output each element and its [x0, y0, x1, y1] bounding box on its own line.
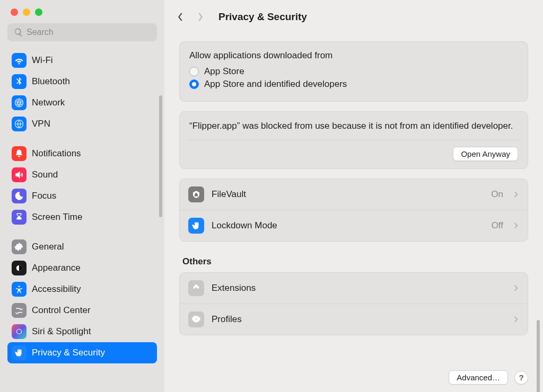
sidebar-item-screen-time[interactable]: Screen Time	[7, 207, 157, 228]
blocked-app-message: “Flipper.app” was blocked from use becau…	[189, 120, 518, 132]
help-button[interactable]: ?	[514, 371, 528, 385]
bluetooth-icon	[12, 74, 27, 89]
sidebar-item-label: Network	[32, 97, 65, 108]
content-scrollbar[interactable]	[537, 320, 540, 392]
radio-app-store-identified[interactable]: App Store and identified developers	[189, 79, 518, 90]
toolbar: Privacy & Security	[164, 0, 543, 34]
extensions-icon	[188, 280, 204, 296]
sidebar-item-label: Bluetooth	[32, 76, 70, 87]
svg-point-2	[17, 329, 22, 334]
hourglass-icon	[12, 210, 27, 225]
sidebar-item-sound[interactable]: Sound	[7, 164, 157, 185]
filevault-icon	[188, 186, 204, 202]
sidebar-item-privacy-security[interactable]: Privacy & Security	[7, 342, 157, 363]
row-extensions[interactable]: Extensions	[180, 273, 528, 304]
sidebar: Wi-Fi Bluetooth Network VPN Notification…	[0, 0, 164, 392]
radio-icon	[189, 67, 199, 76]
siri-icon	[12, 324, 27, 339]
sliders-icon	[12, 303, 27, 318]
row-label: Profiles	[212, 314, 503, 325]
appearance-icon	[12, 261, 27, 275]
sidebar-item-general[interactable]: General	[7, 236, 157, 257]
svg-point-1	[19, 286, 20, 287]
others-section-label: Others	[182, 256, 526, 267]
zoom-window-button[interactable]	[35, 8, 42, 16]
sidebar-item-label: Control Center	[32, 305, 91, 316]
radio-icon	[189, 79, 199, 89]
chevron-right-icon	[514, 191, 519, 198]
chevron-right-icon	[514, 284, 519, 292]
back-button[interactable]	[175, 12, 186, 22]
page-title: Privacy & Security	[218, 11, 307, 23]
sidebar-item-label: Focus	[32, 191, 56, 201]
sidebar-item-vpn[interactable]: VPN	[7, 113, 157, 135]
radio-label: App Store and identified developers	[204, 79, 347, 90]
sidebar-item-bluetooth[interactable]: Bluetooth	[7, 71, 157, 92]
row-value: On	[491, 189, 503, 200]
row-label: Extensions	[212, 283, 503, 293]
sidebar-item-label: Appearance	[32, 263, 81, 273]
advanced-button[interactable]: Advanced…	[449, 370, 508, 385]
sidebar-item-label: VPN	[32, 119, 50, 129]
sidebar-item-label: Screen Time	[32, 212, 82, 222]
profiles-icon	[188, 311, 204, 327]
gear-icon	[12, 239, 27, 254]
sidebar-item-label: Sound	[32, 170, 58, 180]
sound-icon	[12, 167, 27, 182]
row-value: Off	[492, 220, 503, 231]
window-controls	[0, 0, 164, 16]
search-container	[0, 16, 164, 47]
sidebar-item-label: Privacy & Security	[32, 348, 105, 358]
sidebar-item-notifications[interactable]: Notifications	[7, 143, 157, 164]
main-panel: Privacy & Security Allow applications do…	[164, 0, 543, 392]
sidebar-item-control-center[interactable]: Control Center	[7, 300, 157, 321]
sidebar-item-label: Siri & Spotlight	[32, 326, 91, 337]
radio-label: App Store	[204, 66, 244, 77]
content-area: Allow applications downloaded from App S…	[164, 34, 543, 392]
sidebar-item-label: Notifications	[32, 148, 81, 159]
sidebar-item-label: Wi-Fi	[32, 55, 53, 66]
chevron-right-icon	[514, 222, 519, 229]
sidebar-scrollbar[interactable]	[159, 95, 162, 217]
row-profiles[interactable]: Profiles	[180, 304, 528, 335]
row-label: FileVault	[212, 189, 484, 200]
search-icon	[14, 28, 23, 37]
lockdown-icon	[188, 218, 204, 234]
footer-actions: Advanced… ?	[449, 370, 528, 385]
hand-icon	[12, 345, 27, 360]
open-anyway-button[interactable]: Open Anyway	[453, 147, 518, 161]
allow-apps-card: Allow applications downloaded from App S…	[179, 41, 528, 102]
sidebar-item-label: Accessibility	[32, 284, 81, 295]
bell-icon	[12, 146, 27, 161]
security-list: FileVault On Lockdown Mode Off	[179, 179, 528, 242]
network-icon	[12, 95, 27, 110]
sidebar-list[interactable]: Wi-Fi Bluetooth Network VPN Notification…	[0, 47, 164, 392]
radio-app-store[interactable]: App Store	[189, 66, 518, 77]
others-list: Extensions Profiles	[179, 272, 528, 335]
close-window-button[interactable]	[11, 8, 18, 16]
search-input[interactable]	[7, 23, 157, 41]
chevron-right-icon	[514, 316, 519, 323]
accessibility-icon	[12, 282, 27, 297]
row-lockdown-mode[interactable]: Lockdown Mode Off	[180, 210, 528, 241]
allow-apps-title: Allow applications downloaded from	[189, 50, 518, 61]
row-label: Lockdown Mode	[212, 220, 484, 231]
vpn-icon	[12, 117, 27, 131]
divider	[187, 140, 520, 140]
row-filevault[interactable]: FileVault On	[180, 179, 528, 210]
sidebar-item-accessibility[interactable]: Accessibility	[7, 279, 157, 300]
sidebar-item-appearance[interactable]: Appearance	[7, 257, 157, 279]
forward-button[interactable]	[195, 12, 206, 22]
sidebar-item-focus[interactable]: Focus	[7, 185, 157, 207]
minimize-window-button[interactable]	[23, 8, 30, 16]
moon-icon	[12, 189, 27, 203]
sidebar-item-label: General	[32, 242, 64, 252]
blocked-app-card: “Flipper.app” was blocked from use becau…	[179, 111, 528, 169]
sidebar-item-siri-spotlight[interactable]: Siri & Spotlight	[7, 321, 157, 342]
sidebar-item-network[interactable]: Network	[7, 92, 157, 113]
sidebar-item-wifi[interactable]: Wi-Fi	[7, 50, 157, 71]
wifi-icon	[12, 53, 27, 68]
